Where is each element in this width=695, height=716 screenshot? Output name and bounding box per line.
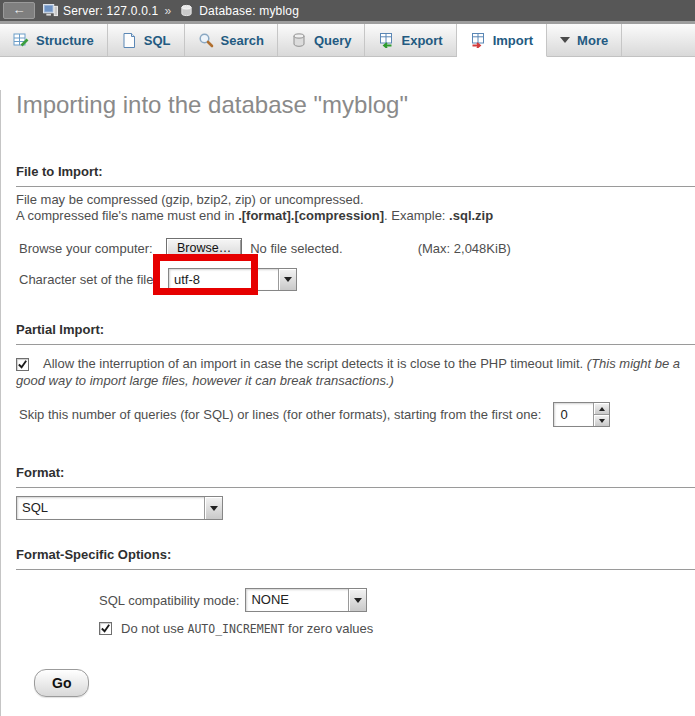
format-select[interactable]: SQL bbox=[16, 496, 223, 520]
tab-search[interactable]: Search bbox=[185, 24, 278, 56]
file-upload-row: Browse your computer: Browse… No file se… bbox=[19, 237, 695, 259]
auto-increment-suffix: for zero values bbox=[284, 621, 373, 636]
main-content: Importing into the database "myblog" Fil… bbox=[0, 90, 695, 716]
tab-export[interactable]: Export bbox=[365, 24, 456, 56]
browse-label: Browse your computer: bbox=[19, 241, 166, 256]
tab-export-label: Export bbox=[401, 33, 442, 48]
skip-queries-label: Skip this number of queries (for SQL) or… bbox=[19, 407, 541, 422]
charset-label: Character set of the file: bbox=[19, 272, 164, 287]
tab-import-label: Import bbox=[493, 33, 533, 48]
tab-search-label: Search bbox=[221, 33, 264, 48]
auto-increment-row: Do not use AUTO_INCREMENT for zero value… bbox=[99, 620, 695, 636]
format-select-value: SQL bbox=[17, 497, 204, 519]
tab-sql-label: SQL bbox=[144, 33, 171, 48]
tab-structure-label: Structure bbox=[36, 33, 94, 48]
export-icon bbox=[378, 32, 394, 48]
skip-queries-row: Skip this number of queries (for SQL) or… bbox=[19, 402, 695, 427]
section-heading-file-to-import: File to Import: bbox=[16, 165, 695, 187]
browse-button-label: Browse… bbox=[177, 241, 231, 255]
search-icon bbox=[198, 32, 214, 48]
section-heading-format: Format: bbox=[16, 466, 695, 488]
auto-increment-label: Do not use AUTO_INCREMENT for zero value… bbox=[121, 621, 373, 636]
allow-interrupt-text: Allow the interruption of an import in c… bbox=[43, 356, 587, 371]
tab-sql[interactable]: SQL bbox=[108, 24, 185, 56]
browse-button[interactable]: Browse… bbox=[166, 238, 242, 258]
charset-select[interactable]: utf-8 bbox=[168, 268, 297, 291]
check-icon bbox=[17, 359, 28, 370]
tab-bar: Structure SQL Search Query Export bbox=[0, 24, 695, 57]
query-icon bbox=[291, 32, 307, 48]
stepper-down-icon[interactable] bbox=[594, 414, 609, 426]
sql-compatibility-arrow-icon[interactable] bbox=[348, 589, 366, 611]
tab-more[interactable]: More bbox=[547, 24, 622, 56]
compression-line1: File may be compressed (gzip, bzip2, zip… bbox=[16, 192, 364, 207]
compression-note: File may be compressed (gzip, bzip2, zip… bbox=[16, 192, 695, 224]
max-upload-size: (Max: 2,048KiB) bbox=[418, 241, 511, 256]
sql-compatibility-row: SQL compatibility mode: NONE bbox=[99, 588, 695, 612]
tab-query-label: Query bbox=[314, 33, 352, 48]
allow-interrupt-checkbox[interactable] bbox=[16, 358, 29, 371]
import-icon bbox=[470, 32, 486, 48]
breadcrumb-separator: » bbox=[164, 4, 171, 18]
compression-example: .sql.zip bbox=[449, 208, 493, 223]
database-icon bbox=[179, 4, 194, 17]
skip-queries-value: 0 bbox=[554, 403, 593, 426]
check-icon bbox=[100, 623, 111, 634]
charset-row: Character set of the file: utf-8 bbox=[19, 268, 695, 291]
sql-compatibility-select[interactable]: NONE bbox=[245, 588, 367, 612]
go-button[interactable]: Go bbox=[34, 669, 89, 697]
tab-structure[interactable]: Structure bbox=[0, 24, 108, 56]
section-heading-format-specific: Format-Specific Options: bbox=[16, 548, 695, 570]
compression-line2-mid: . Example: bbox=[384, 208, 449, 223]
charset-select-value: utf-8 bbox=[169, 269, 278, 290]
skip-queries-stepper[interactable]: 0 bbox=[553, 402, 610, 427]
compression-format-pattern: .[format].[compression] bbox=[238, 208, 384, 223]
structure-icon bbox=[13, 32, 29, 48]
stepper-up-icon[interactable] bbox=[594, 403, 609, 414]
format-select-arrow-icon[interactable] bbox=[204, 497, 222, 519]
back-arrow-icon: ← bbox=[13, 2, 26, 17]
tab-more-label: More bbox=[577, 33, 608, 48]
section-heading-partial-import: Partial Import: bbox=[16, 323, 695, 345]
breadcrumb-database[interactable]: Database: myblog bbox=[199, 4, 299, 18]
chevron-down-icon bbox=[560, 37, 570, 43]
compression-line2-prefix: A compressed file's name must end in bbox=[16, 208, 238, 223]
server-icon bbox=[43, 4, 58, 17]
auto-increment-prefix: Do not use bbox=[121, 621, 188, 636]
sql-icon bbox=[121, 32, 137, 48]
breadcrumb: ← Server: 127.0.0.1 » Database: myblog bbox=[0, 0, 695, 21]
auto-increment-checkbox[interactable] bbox=[99, 622, 112, 635]
submit-row: Go bbox=[19, 669, 695, 697]
auto-increment-code: AUTO_INCREMENT bbox=[188, 622, 285, 636]
charset-select-arrow-icon[interactable] bbox=[278, 269, 296, 290]
back-button[interactable]: ← bbox=[3, 2, 35, 19]
tab-import[interactable]: Import bbox=[457, 24, 547, 57]
allow-interrupt-row: Allow the interruption of an import in c… bbox=[16, 355, 695, 389]
breadcrumb-server[interactable]: Server: 127.0.0.1 bbox=[63, 4, 158, 18]
sql-compatibility-label: SQL compatibility mode: bbox=[99, 593, 239, 608]
page-title: Importing into the database "myblog" bbox=[16, 90, 695, 120]
tab-query[interactable]: Query bbox=[278, 24, 366, 56]
no-file-selected-text: No file selected. bbox=[250, 241, 343, 256]
format-row: SQL bbox=[16, 496, 695, 520]
go-button-label: Go bbox=[52, 675, 71, 691]
sql-compatibility-value: NONE bbox=[246, 589, 348, 611]
